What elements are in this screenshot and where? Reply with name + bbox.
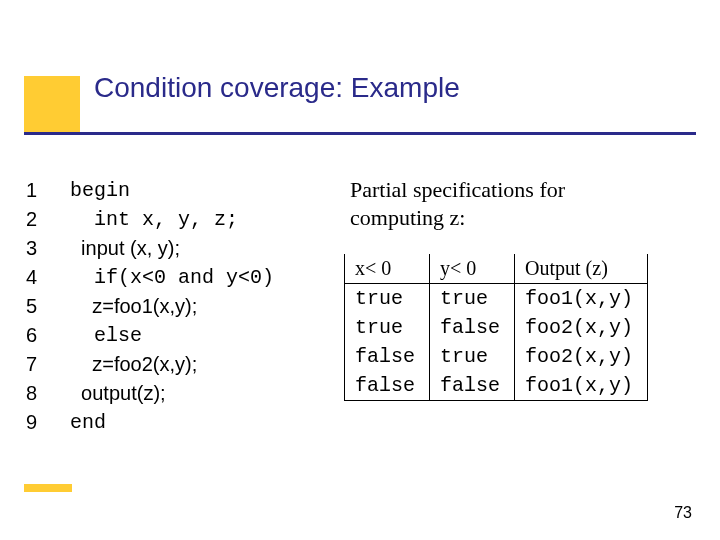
col-header-output: Output (z) xyxy=(515,254,648,284)
specification-table: x< 0 y< 0 Output (z) true true foo1(x,y)… xyxy=(344,254,648,401)
cell: true xyxy=(345,284,430,314)
code-text: int x, y, z; xyxy=(70,205,238,234)
code-text: z=foo2(x,y); xyxy=(70,350,197,379)
table-row: false false foo1(x,y) xyxy=(345,371,648,401)
cell: true xyxy=(430,342,515,371)
code-text: end xyxy=(70,408,106,437)
code-text: output(z); xyxy=(70,379,166,408)
code-line: 6 else xyxy=(26,321,274,350)
cell: foo1(x,y) xyxy=(515,284,648,314)
slide-title: Condition coverage: Example xyxy=(94,72,460,104)
cell: false xyxy=(345,342,430,371)
title-underline xyxy=(24,132,696,135)
line-number: 3 xyxy=(26,234,70,263)
cell: true xyxy=(430,284,515,314)
code-text: begin xyxy=(70,176,130,205)
cell: foo1(x,y) xyxy=(515,371,648,401)
caption-line: Partial specifications for xyxy=(350,176,565,204)
line-number: 2 xyxy=(26,205,70,234)
caption-line: computing z: xyxy=(350,204,565,232)
table-caption: Partial specifications for computing z: xyxy=(350,176,565,231)
code-line: 9end xyxy=(26,408,274,437)
code-line: 7 z=foo2(x,y); xyxy=(26,350,274,379)
col-header-x: x< 0 xyxy=(345,254,430,284)
code-listing: 1begin 2 int x, y, z; 3 input (x, y); 4 … xyxy=(26,176,274,437)
cell: false xyxy=(345,371,430,401)
code-line: 8 output(z); xyxy=(26,379,274,408)
code-text: if(x<0 and y<0) xyxy=(70,263,274,292)
accent-footer-tick xyxy=(24,484,72,492)
cell: foo2(x,y) xyxy=(515,342,648,371)
line-number: 4 xyxy=(26,263,70,292)
code-line: 4 if(x<0 and y<0) xyxy=(26,263,274,292)
code-line: 5 z=foo1(x,y); xyxy=(26,292,274,321)
code-text: else xyxy=(70,321,142,350)
page-number: 73 xyxy=(674,504,692,522)
line-number: 1 xyxy=(26,176,70,205)
table-header-row: x< 0 y< 0 Output (z) xyxy=(345,254,648,284)
accent-square xyxy=(24,76,80,132)
code-line: 2 int x, y, z; xyxy=(26,205,274,234)
cell: false xyxy=(430,313,515,342)
line-number: 9 xyxy=(26,408,70,437)
line-number: 5 xyxy=(26,292,70,321)
code-line: 3 input (x, y); xyxy=(26,234,274,263)
code-text: z=foo1(x,y); xyxy=(70,292,197,321)
cell: foo2(x,y) xyxy=(515,313,648,342)
line-number: 8 xyxy=(26,379,70,408)
cell: true xyxy=(345,313,430,342)
code-text: input (x, y); xyxy=(70,234,180,263)
table-row: false true foo2(x,y) xyxy=(345,342,648,371)
col-header-y: y< 0 xyxy=(430,254,515,284)
table-row: true false foo2(x,y) xyxy=(345,313,648,342)
line-number: 6 xyxy=(26,321,70,350)
table-row: true true foo1(x,y) xyxy=(345,284,648,314)
code-line: 1begin xyxy=(26,176,274,205)
cell: false xyxy=(430,371,515,401)
line-number: 7 xyxy=(26,350,70,379)
